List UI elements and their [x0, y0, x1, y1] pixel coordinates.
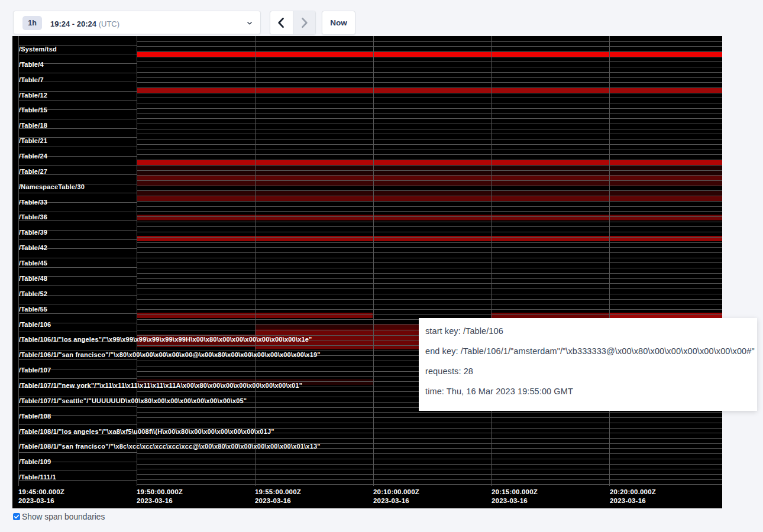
- svg-text:/Table/33: /Table/33: [19, 199, 47, 206]
- svg-text:/Table/45: /Table/45: [19, 259, 47, 267]
- svg-text:/Table/42: /Table/42: [19, 244, 47, 251]
- svg-text:19:55:00.000Z: 19:55:00.000Z: [255, 488, 301, 495]
- svg-text:/Table/7: /Table/7: [19, 76, 44, 83]
- svg-text:20:10:00.000Z: 20:10:00.000Z: [373, 488, 419, 495]
- svg-text:/Table/107/1/"seattle"/"UUUUUU: /Table/107/1/"seattle"/"UUUUUUD\x00\x80\…: [19, 397, 247, 404]
- svg-text:/Table/55: /Table/55: [19, 306, 47, 313]
- svg-text:2023-03-16: 2023-03-16: [137, 497, 173, 504]
- svg-text:/Table/106/1/"san francisco"/": /Table/106/1/"san francisco"/"\x80\x00\x…: [19, 351, 321, 358]
- svg-text:/Table/24: /Table/24: [19, 153, 48, 160]
- svg-text:/Table/106: /Table/106: [19, 321, 51, 328]
- svg-text:/Table/108/1/"los angeles"/"\x: /Table/108/1/"los angeles"/"\xa8\xf5\u00…: [19, 428, 274, 435]
- svg-text:/Table/36: /Table/36: [19, 213, 47, 220]
- svg-text:/Table/12: /Table/12: [19, 92, 47, 99]
- svg-text:19:45:00.000Z: 19:45:00.000Z: [18, 488, 64, 495]
- svg-text:/Table/18: /Table/18: [19, 122, 47, 129]
- svg-text:20:15:00.000Z: 20:15:00.000Z: [492, 488, 538, 495]
- svg-text:2023-03-16: 2023-03-16: [18, 497, 54, 504]
- svg-text:/NamespaceTable/30: /NamespaceTable/30: [19, 183, 85, 190]
- svg-text:/Table/107/1/"new york"/"\x11\: /Table/107/1/"new york"/"\x11\x11\x11\x1…: [19, 382, 302, 389]
- svg-text:/Table/107: /Table/107: [19, 366, 51, 374]
- svg-text:/Table/106/1/"los angeles"/"\x: /Table/106/1/"los angeles"/"\x99\x99\x99…: [19, 336, 312, 343]
- svg-text:/Table/109: /Table/109: [19, 458, 51, 465]
- svg-text:/Table/48: /Table/48: [19, 275, 47, 282]
- svg-text:/Table/15: /Table/15: [19, 106, 47, 113]
- svg-text:2023-03-16: 2023-03-16: [492, 497, 528, 504]
- svg-text:/Table/108/1/"san francisco"/": /Table/108/1/"san francisco"/"\x8c\xcc\x…: [19, 443, 321, 450]
- svg-text:/Table/52: /Table/52: [19, 290, 47, 297]
- svg-text:19:50:00.000Z: 19:50:00.000Z: [137, 488, 183, 495]
- svg-text:/Table/27: /Table/27: [19, 168, 47, 175]
- svg-text:/Table/111/1: /Table/111/1: [19, 473, 56, 481]
- svg-text:20:20:00.000Z: 20:20:00.000Z: [610, 488, 656, 495]
- svg-text:/Table/39: /Table/39: [19, 229, 47, 236]
- svg-text:/Table/108: /Table/108: [19, 413, 51, 420]
- svg-text:/Table/4: /Table/4: [19, 61, 44, 68]
- svg-text:/System/tsd: /System/tsd: [19, 46, 57, 53]
- svg-text:2023-03-16: 2023-03-16: [255, 497, 291, 504]
- svg-text:/Table/21: /Table/21: [19, 137, 47, 144]
- svg-text:2023-03-16: 2023-03-16: [373, 497, 409, 504]
- svg-text:2023-03-16: 2023-03-16: [610, 497, 646, 504]
